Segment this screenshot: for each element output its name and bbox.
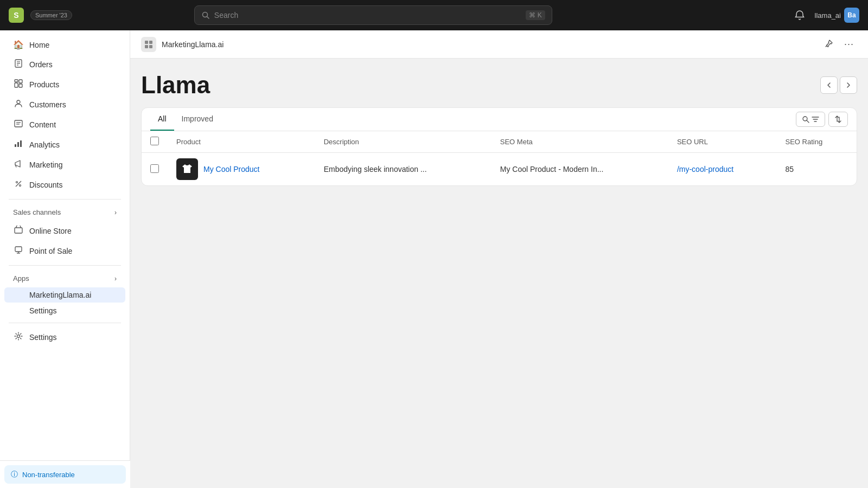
more-icon: ··· (844, 38, 854, 49)
chevron-left-icon (826, 82, 832, 88)
description-cell: Embodying sleek innovation ... (315, 153, 492, 186)
svg-rect-6 (15, 83, 18, 87)
svg-point-18 (20, 185, 21, 187)
non-transferable-banner[interactable]: ⓘ Non-transferable (4, 465, 126, 484)
sidebar: 🏠 Home Orders Products Customers Content… (0, 30, 130, 488)
user-menu-button[interactable]: llama_ai Ba (815, 8, 859, 23)
sidebar-item-label: Analytics (29, 140, 60, 149)
table-row: My Cool Product Embodying sleek innovati… (142, 153, 857, 186)
apps-label: Apps (13, 274, 29, 282)
pin-icon (825, 39, 833, 48)
non-transferable-icon: ⓘ (11, 470, 18, 479)
sales-channels-section[interactable]: Sales channels › (4, 204, 125, 221)
svg-rect-14 (15, 144, 16, 147)
table-actions (796, 112, 848, 127)
app-header-left: MarketingLlama.ai (141, 37, 224, 52)
sidebar-item-orders[interactable]: Orders (4, 55, 125, 74)
svg-rect-15 (17, 142, 19, 147)
seo-url-cell: /my-cool-product (668, 153, 777, 186)
sidebar-item-label: Settings (29, 333, 57, 342)
sidebar-item-label: Discounts (29, 181, 62, 189)
row-checkbox[interactable] (150, 164, 159, 173)
tab-all[interactable]: All (150, 108, 174, 131)
sidebar-item-content[interactable]: Content (4, 115, 125, 134)
products-icon (13, 79, 24, 90)
settings-sub-label: Settings (29, 306, 57, 315)
sidebar-item-settings-sub[interactable]: Settings (4, 303, 125, 318)
search-icon (802, 115, 809, 123)
products-table-card: All Improved (141, 107, 857, 186)
marketingllama-label: MarketingLlama.ai (29, 291, 91, 299)
sidebar-item-label: Point of Sale (29, 247, 72, 255)
tab-improved[interactable]: Improved (174, 108, 221, 131)
sort-button[interactable] (828, 112, 848, 127)
shopify-s-icon: S (9, 8, 24, 23)
search-icon (201, 11, 210, 20)
apps-section[interactable]: Apps › (4, 270, 125, 287)
sidebar-divider (9, 199, 121, 200)
notifications-button[interactable] (790, 5, 809, 25)
main-content: MarketingLlama.ai ··· Llama (130, 30, 868, 488)
search-bar[interactable]: Search ⌘ K (194, 5, 552, 25)
page-content: Llama All Improved (130, 59, 868, 199)
sidebar-item-label: Customers (29, 100, 66, 109)
tabs-left: All Improved (150, 108, 221, 131)
chevron-right-icon (845, 82, 852, 88)
sidebar-item-label: Marketing (29, 160, 62, 169)
analytics-icon (13, 139, 24, 150)
topnav-right: llama_ai Ba (790, 5, 859, 25)
home-icon: 🏠 (13, 40, 24, 50)
seo-url-link[interactable]: /my-cool-product (677, 165, 733, 174)
sidebar-item-products[interactable]: Products (4, 75, 125, 94)
sidebar-item-point-of-sale[interactable]: Point of Sale (4, 241, 125, 261)
header-seo-url: SEO URL (668, 131, 777, 153)
shopify-logo[interactable]: S shopify (9, 8, 24, 23)
svg-rect-9 (15, 80, 18, 82)
sidebar-item-online-store[interactable]: Online Store (4, 221, 125, 241)
username-label: llama_ai (815, 11, 841, 20)
table-header: Product Description SEO Meta SEO URL SEO… (142, 131, 857, 153)
header-product: Product (168, 131, 315, 153)
sidebar-item-marketingllama[interactable]: MarketingLlama.ai (4, 287, 125, 303)
svg-rect-20 (15, 228, 22, 233)
svg-rect-28 (149, 45, 152, 48)
filter-icon (812, 115, 819, 123)
prev-button[interactable] (820, 76, 838, 94)
online-store-icon (13, 226, 24, 236)
sidebar-item-label: Content (29, 120, 56, 129)
search-filter-button[interactable] (796, 112, 825, 127)
svg-rect-25 (145, 41, 148, 44)
sort-icon (834, 115, 842, 123)
settings-icon (13, 332, 24, 343)
search-placeholder: Search (214, 11, 238, 20)
product-link[interactable]: My Cool Product (203, 165, 259, 174)
sidebar-item-settings[interactable]: Settings (4, 328, 125, 347)
product-thumbnail (176, 158, 198, 180)
row-checkbox-cell (142, 153, 168, 186)
sidebar-item-discounts[interactable]: Discounts (4, 175, 125, 195)
summer-badge: Summer '23 (30, 10, 72, 20)
sidebar-item-customers[interactable]: Customers (4, 95, 125, 114)
table-tabs-row: All Improved (142, 108, 857, 131)
apps-expand-icon: › (114, 275, 117, 282)
sidebar-item-analytics[interactable]: Analytics (4, 135, 125, 155)
select-all-checkbox[interactable] (150, 137, 159, 145)
svg-line-1 (207, 17, 209, 19)
page-title-row: Llama (141, 72, 857, 99)
pin-button[interactable] (821, 36, 837, 53)
search-shortcut: ⌘ K (526, 10, 545, 20)
top-navigation: S shopify Summer '23 Search ⌘ K llama_ai… (0, 0, 868, 30)
next-button[interactable] (840, 76, 857, 94)
sidebar-item-marketing[interactable]: Marketing (4, 155, 125, 175)
svg-point-17 (16, 182, 18, 183)
sidebar-item-label: Products (29, 80, 59, 89)
more-options-button[interactable]: ··· (841, 35, 857, 53)
bell-icon (794, 10, 805, 21)
header-seo-meta: SEO Meta (492, 131, 668, 153)
non-transferable-label: Non-transferable (22, 471, 75, 479)
header-description: Description (315, 131, 492, 153)
pagination-buttons (820, 76, 857, 94)
sidebar-item-home[interactable]: 🏠 Home (4, 35, 125, 54)
app-icon (141, 37, 156, 52)
customers-icon (13, 99, 24, 110)
